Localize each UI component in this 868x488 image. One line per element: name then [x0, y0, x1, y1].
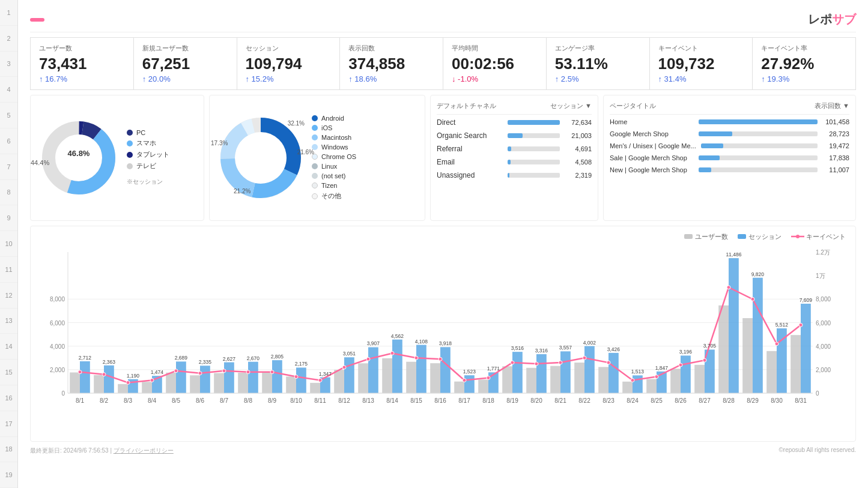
kpi-card-2: セッション 109,794 ↑ 15.2%: [237, 38, 340, 89]
svg-rect-38: [190, 375, 200, 393]
kpi-label: キーイベント: [658, 44, 744, 53]
svg-rect-92: [753, 277, 763, 393]
kpi-value: 109,732: [658, 55, 744, 73]
page-header: ページタイトル 表示回数 ▼: [610, 101, 849, 115]
svg-text:3,316: 3,316: [535, 348, 548, 354]
svg-rect-37: [166, 372, 176, 393]
svg-rect-79: [440, 347, 451, 393]
svg-text:3,907: 3,907: [367, 340, 380, 346]
svg-rect-86: [609, 353, 619, 393]
svg-text:3,705: 3,705: [703, 343, 717, 349]
channel-table: デフォルトチャネル セッション ▼ Direct 72,634 Organic …: [430, 95, 598, 221]
svg-text:8/12: 8/12: [338, 397, 350, 404]
svg-rect-60: [718, 305, 729, 393]
svg-text:1,847: 1,847: [655, 364, 669, 370]
svg-rect-63: [791, 335, 801, 393]
kpi-value: 73,431: [39, 55, 125, 73]
svg-text:8,000: 8,000: [50, 296, 65, 303]
svg-rect-45: [358, 363, 368, 393]
channel-col2[interactable]: セッション ▼: [550, 101, 592, 110]
svg-point-103: [270, 370, 274, 373]
os-legend: Android iOS Macintosh Windows Chrome OS …: [312, 115, 356, 200]
svg-point-102: [246, 370, 250, 373]
svg-rect-68: [176, 361, 186, 393]
channel-header: デフォルトチャネル セッション ▼: [437, 101, 592, 115]
svg-rect-55: [598, 367, 609, 393]
svg-text:8,000: 8,000: [816, 296, 831, 303]
channel-row: Referral 4,691: [437, 145, 592, 153]
svg-text:1,190: 1,190: [127, 372, 140, 378]
svg-point-118: [631, 378, 634, 382]
kpi-change: ↑ 31.4%: [658, 74, 744, 83]
svg-text:8/20: 8/20: [530, 397, 542, 404]
svg-point-97: [126, 381, 130, 384]
svg-rect-56: [622, 381, 633, 393]
kpi-value: 00:02:56: [452, 55, 538, 73]
svg-point-113: [511, 361, 514, 364]
page-col2[interactable]: 表示回数 ▼: [815, 101, 849, 110]
svg-text:2,175: 2,175: [295, 361, 308, 367]
svg-point-116: [583, 356, 586, 360]
last-updated: 最終更新日: 2024/9/6 7:56:53 | プライバシーポリシー: [30, 447, 174, 455]
svg-text:8/3: 8/3: [124, 397, 132, 404]
svg-rect-78: [416, 345, 426, 393]
svg-text:2,335: 2,335: [199, 359, 212, 365]
svg-rect-72: [272, 360, 282, 393]
device-legend: PC スマホ タブレット テレビ ※セッション: [127, 129, 169, 186]
kpi-change: ↑ 16.7%: [39, 74, 125, 83]
svg-point-105: [318, 378, 322, 382]
svg-rect-33: [70, 372, 80, 393]
svg-rect-41: [262, 372, 272, 393]
line-chart-panel: ユーザー数 セッション キーイベント 8,0006,0004,0002,0000…: [30, 226, 856, 442]
kpi-value: 109,794: [246, 55, 332, 73]
svg-rect-54: [574, 363, 584, 393]
svg-rect-65: [104, 365, 114, 393]
svg-text:1,771: 1,771: [487, 366, 500, 372]
svg-rect-73: [296, 367, 306, 393]
svg-text:8/30: 8/30: [771, 397, 783, 404]
kpi-label: 平均時間: [452, 44, 538, 53]
svg-rect-75: [344, 357, 354, 393]
svg-rect-50: [478, 379, 488, 393]
svg-rect-61: [742, 318, 753, 393]
svg-point-125: [799, 323, 803, 327]
channel-row: Organic Search 21,003: [437, 131, 592, 140]
logo: レポサブ: [808, 11, 856, 28]
kpi-change: ↑ 20.0%: [142, 74, 228, 83]
kpi-label: キーイベント率: [761, 44, 847, 53]
svg-text:8/14: 8/14: [386, 397, 398, 404]
svg-point-109: [414, 356, 418, 360]
svg-point-114: [535, 362, 538, 366]
svg-rect-80: [464, 375, 475, 393]
svg-rect-83: [536, 354, 547, 393]
kpi-label: ユーザー数: [39, 44, 125, 53]
svg-text:8/25: 8/25: [651, 397, 663, 404]
svg-rect-59: [694, 364, 705, 393]
header: レポサブ: [30, 7, 856, 32]
svg-rect-36: [142, 382, 152, 393]
svg-text:2,689: 2,689: [175, 355, 188, 361]
svg-point-98: [150, 378, 154, 382]
svg-rect-69: [200, 366, 210, 393]
svg-point-107: [366, 357, 370, 361]
chart-legend: ユーザー数 セッション キーイベント: [37, 232, 846, 241]
svg-rect-93: [777, 328, 787, 393]
svg-rect-70: [224, 362, 234, 393]
svg-point-119: [655, 375, 658, 378]
page-title-table: ページタイトル 表示回数 ▼ Home 101,458 Google Merch…: [603, 95, 856, 221]
svg-point-108: [390, 351, 394, 355]
svg-text:2,363: 2,363: [103, 358, 116, 364]
svg-point-5: [56, 135, 102, 181]
svg-text:8/23: 8/23: [602, 397, 615, 404]
channel-row: Direct 72,634: [437, 118, 592, 127]
svg-rect-53: [550, 366, 560, 393]
svg-text:8/26: 8/26: [675, 397, 687, 404]
svg-rect-46: [382, 358, 392, 393]
kpi-card-3: 表示回数 374,858 ↑ 18.6%: [340, 38, 443, 89]
kpi-label: 新規ユーザー数: [142, 44, 228, 53]
svg-text:0: 0: [61, 390, 65, 397]
svg-text:8/29: 8/29: [747, 397, 759, 404]
footer: 最終更新日: 2024/9/6 7:56:53 | プライバシーポリシー ©re…: [30, 444, 856, 455]
svg-point-122: [727, 285, 730, 289]
svg-text:8/21: 8/21: [554, 397, 566, 404]
